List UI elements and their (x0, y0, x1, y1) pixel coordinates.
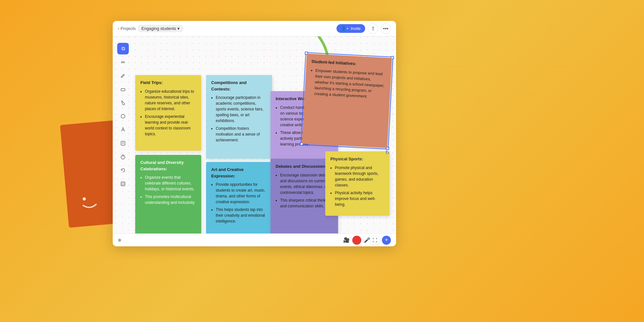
shapes-icon (120, 114, 126, 119)
canvas[interactable]: Field Trips: Organize educational trips … (113, 36, 396, 233)
student-led-item-1: Empower students to propose and lead the… (314, 67, 386, 100)
eraser-tool-button[interactable] (117, 83, 129, 95)
svg-point-0 (82, 197, 86, 201)
invite-person-icon: 👤+ (341, 26, 349, 31)
svg-rect-2 (121, 89, 125, 91)
eraser-icon (120, 87, 126, 92)
zoom-icon: ⊕ (118, 238, 121, 242)
back-button[interactable]: ‹ Projects (118, 26, 136, 31)
app-window: ‹ Projects Engaging students ▾ 👤+ Invite… (113, 21, 396, 246)
student-led-list: Empower students to propose and lead the… (310, 67, 386, 100)
frames-tool-button[interactable]: ⧉ (117, 43, 129, 54)
pencil-icon (120, 73, 126, 78)
student-led-title: Student-led Initiatives: (311, 58, 387, 69)
toolbar: ‹ Projects Engaging students ▾ 👤+ Invite… (113, 21, 396, 36)
competitions-title: Competitions and Contests: (211, 80, 267, 92)
more-icon: ••• (383, 26, 389, 32)
cultural-title: Cultural and Diversity Celebrations: (140, 159, 196, 172)
tool-sidebar: ⧉ ✏ A (117, 43, 129, 190)
bottom-bar: ⊕ 🎥 🎤 ⛶ + (113, 233, 396, 246)
cultural-list: Organize events that celebrate different… (140, 175, 196, 205)
fill-tool-button[interactable] (117, 97, 129, 109)
expand-button[interactable]: ⛶ (370, 236, 379, 245)
svg-point-3 (121, 114, 125, 118)
physical-sports-sticky[interactable]: Physical Sports: Promote physical and te… (325, 151, 390, 216)
student-led-container: ↻ Student-led Initiatives: Empower stude… (302, 53, 392, 148)
media-controls: 🎥 🎤 (343, 236, 370, 245)
fill-icon (120, 100, 126, 105)
breadcrumb-button[interactable]: Engaging students ▾ (138, 25, 183, 32)
more-options-button[interactable]: ••• (381, 24, 391, 34)
add-button[interactable]: + (382, 236, 391, 245)
timer-icon (120, 154, 126, 159)
cultural-sticky[interactable]: Cultural and Diversity Celebrations: Org… (135, 155, 201, 233)
competitions-list: Encourage participation in academic comp… (211, 95, 267, 143)
svg-line-1 (124, 74, 124, 75)
physical-sports-list: Promote physical and teamwork through sp… (330, 165, 384, 207)
sticky-note-icon (120, 141, 126, 146)
physical-sports-title: Physical Sports: (330, 156, 384, 162)
competitions-item-1: Encourage participation in academic comp… (216, 95, 267, 124)
back-arrow-icon: ‹ (118, 26, 119, 31)
cultural-item-1: Organize events that celebrate different… (145, 175, 196, 192)
debates-list: Encourage classroom debates and discussi… (276, 172, 333, 209)
field-trips-sticky[interactable]: Field Trips: Organize educational trips … (135, 75, 201, 151)
timer-tool-button[interactable] (117, 151, 129, 163)
rotate-icon[interactable]: ↻ (385, 149, 390, 156)
field-trips-list: Organize educational trips to museums, h… (140, 89, 196, 137)
art-title: Art and Creative Expression: (211, 166, 267, 179)
sticky-tool-button[interactable] (117, 137, 129, 149)
mic-button[interactable]: 🎤 (364, 237, 370, 243)
invite-label: Invite (351, 26, 361, 31)
field-trips-title: Field Trips: (140, 80, 196, 86)
svg-rect-10 (121, 182, 125, 186)
art-item-2: This helps students tap into their creat… (216, 207, 267, 224)
student-led-sticky[interactable]: Student-led Initiatives: Empower student… (302, 53, 392, 148)
record-button[interactable] (352, 236, 361, 245)
camera-button[interactable]: 🎥 (343, 237, 350, 243)
frame-icon (120, 181, 126, 186)
pen-tool-button[interactable]: ✏ (117, 56, 129, 68)
chevron-down-icon: ▾ (177, 26, 180, 31)
competitions-sticky[interactable]: Competitions and Contests: Encourage par… (206, 75, 272, 159)
bottom-right-controls: ⛶ + (370, 236, 391, 245)
projects-label[interactable]: Projects (120, 26, 136, 31)
svg-rect-4 (121, 141, 125, 145)
pencil-tool-button[interactable] (117, 70, 129, 81)
cultural-item-2: This promotes multicultural understandin… (145, 194, 196, 205)
art-item-1: Provide opportunities for students to cr… (216, 182, 267, 205)
art-creative-sticky[interactable]: Art and Creative Expression: Provide opp… (206, 162, 272, 233)
text-tool-button[interactable]: A (117, 124, 129, 136)
undo-icon (120, 168, 126, 173)
undo-button[interactable] (117, 165, 129, 176)
debates-title: Debates and Discussions: (276, 163, 333, 170)
field-trips-item-2: Encourage experiential learning and prov… (145, 114, 196, 137)
zoom-button[interactable]: ⊕ (118, 238, 121, 242)
field-trips-item-1: Organize educational trips to museums, h… (145, 89, 196, 112)
share-button[interactable]: ⇪ (368, 24, 378, 34)
breadcrumb-label: Engaging students (141, 26, 176, 31)
shapes-tool-button[interactable] (117, 110, 129, 122)
invite-button[interactable]: 👤+ Invite (336, 24, 365, 33)
svg-rect-11 (122, 183, 124, 185)
physical-sports-item-2: Physical activity helps improve focus an… (335, 190, 384, 207)
physical-sports-item-1: Promote physical and teamwork through sp… (335, 165, 384, 188)
art-list: Provide opportunities for students to cr… (211, 182, 267, 224)
share-icon: ⇪ (371, 25, 375, 32)
competitions-item-2: Competition fosters motivation and a sen… (216, 126, 267, 143)
frames2-tool-button[interactable] (117, 178, 129, 190)
smiley-icon (75, 186, 103, 214)
